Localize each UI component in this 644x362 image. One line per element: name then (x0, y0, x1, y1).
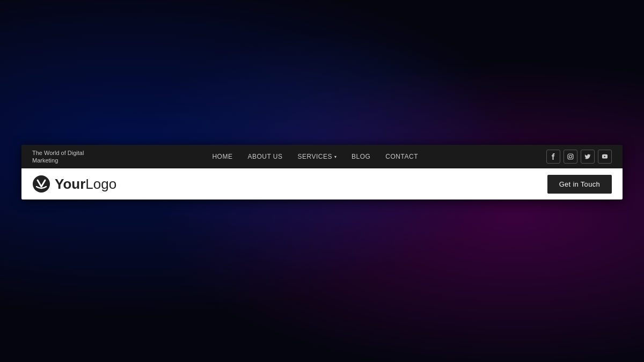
tagline: The World of Digital Marketing (32, 149, 84, 165)
svg-rect-0 (568, 154, 573, 159)
svg-point-3 (33, 175, 50, 193)
header-wrapper: The World of Digital Marketing HOME ABOU… (21, 145, 623, 200)
top-nav: The World of Digital Marketing HOME ABOU… (21, 145, 623, 168)
get-in-touch-button[interactable]: Get in Touch (547, 175, 612, 194)
twitter-icon[interactable] (581, 150, 595, 164)
nav-home[interactable]: HOME (212, 153, 232, 160)
instagram-icon[interactable] (564, 150, 577, 164)
nav-services[interactable]: SERVICES ▾ (298, 153, 336, 160)
nav-services-link[interactable]: SERVICES (298, 153, 332, 160)
nav-menu: HOME ABOUT US SERVICES ▾ BLOG CONTACT (212, 153, 418, 160)
logo-bar: YourLogo Get in Touch (21, 168, 623, 200)
nav-contact[interactable]: CONTACT (385, 153, 418, 160)
svg-point-2 (572, 155, 572, 156)
logo-text: YourLogo (55, 176, 116, 193)
svg-point-1 (569, 156, 572, 158)
chevron-down-icon: ▾ (334, 154, 336, 159)
youtube-icon[interactable] (598, 150, 612, 164)
facebook-icon[interactable] (546, 150, 560, 164)
logo-icon (32, 175, 50, 193)
nav-about-us[interactable]: ABOUT US (247, 153, 282, 160)
social-icons-group (546, 150, 612, 164)
logo-area: YourLogo (32, 175, 116, 193)
nav-blog[interactable]: BLOG (352, 153, 370, 160)
